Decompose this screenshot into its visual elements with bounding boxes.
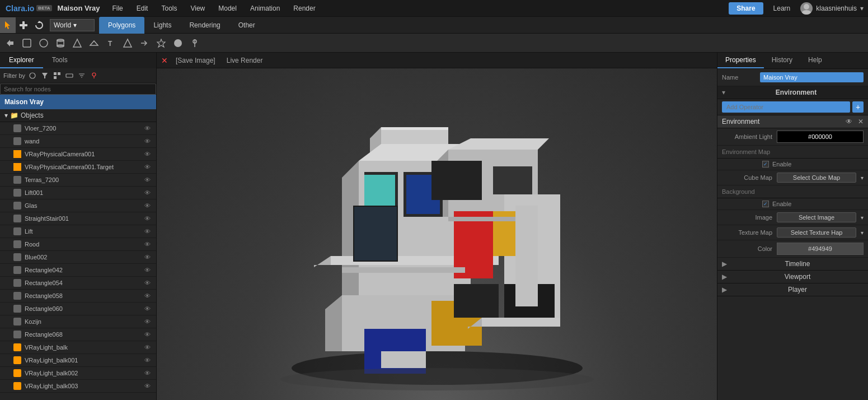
list-item[interactable]: StraightStair001 👁 <box>0 212 156 225</box>
shape-cube[interactable] <box>19 35 35 51</box>
learn-button[interactable]: Learn <box>768 4 796 12</box>
player-section[interactable]: ▶ Player <box>717 283 868 296</box>
list-item[interactable]: Rectangle058 👁 <box>0 290 156 303</box>
shape-arrow[interactable] <box>2 35 18 51</box>
ambient-light-color[interactable]: #000000 <box>777 131 864 143</box>
list-item[interactable]: VRayPhysicalCamera001.Target 👁 <box>0 161 156 174</box>
list-item[interactable]: Rectangle054 👁 <box>0 277 156 290</box>
shape-text[interactable]: T <box>103 35 119 51</box>
visibility-icon[interactable]: 👁 <box>143 188 152 197</box>
filter-icon-5[interactable] <box>77 71 87 81</box>
select-texture-button[interactable]: Select Texture Hap <box>777 227 856 238</box>
select-image-button[interactable]: Select Image <box>777 212 856 222</box>
visibility-icon[interactable]: 👁 <box>143 137 152 146</box>
shape-cylinder[interactable] <box>53 35 68 51</box>
tool-move[interactable] <box>16 17 31 33</box>
shape-circle[interactable] <box>170 35 186 51</box>
visibility-icon[interactable]: 👁 <box>143 266 152 275</box>
user-menu[interactable]: klaasnienhuis ▾ <box>796 2 868 15</box>
tab-polygons[interactable]: Polygons <box>99 17 144 34</box>
add-operator-input[interactable] <box>722 101 850 113</box>
viewport-section[interactable]: ▶ Viewport <box>717 271 868 283</box>
list-item[interactable]: Blue002 👁 <box>0 251 156 264</box>
visibility-icon[interactable]: 👁 <box>143 175 152 184</box>
env-enable-checkbox[interactable]: ✓ <box>762 161 769 168</box>
tool-select[interactable] <box>0 17 16 33</box>
viewport-canvas[interactable] <box>157 68 717 400</box>
environment-visibility-icon[interactable]: 👁 <box>846 118 852 125</box>
visibility-icon[interactable]: 👁 <box>143 278 152 287</box>
tab-rendering[interactable]: Rendering <box>180 17 229 34</box>
list-item[interactable]: Kozijn 👁 <box>0 315 156 328</box>
tab-other[interactable]: Other <box>229 17 264 34</box>
filter-icon-4[interactable] <box>64 71 74 81</box>
filter-icon-6[interactable] <box>89 71 99 81</box>
tab-properties[interactable]: Properties <box>717 53 764 68</box>
list-item[interactable]: Rectangle042 👁 <box>0 264 156 277</box>
environment-collapse[interactable]: ▾ Environment <box>717 86 868 99</box>
color-swatch[interactable]: #494949 <box>777 243 864 255</box>
list-item[interactable]: VRayLight_balk001 👁 <box>0 354 156 367</box>
visibility-icon[interactable]: 👁 <box>143 201 152 210</box>
tab-history[interactable]: History <box>764 53 800 68</box>
filter-icon-3[interactable] <box>52 71 62 81</box>
visibility-icon[interactable]: 👁 <box>143 330 152 339</box>
shape-arrow2[interactable] <box>137 35 152 51</box>
list-item[interactable]: Lift 👁 <box>0 225 156 238</box>
texture-dropdown[interactable]: ▾ <box>861 230 864 236</box>
environment-remove-icon[interactable]: ✕ <box>858 118 864 125</box>
list-item[interactable]: VRayLight_balk 👁 <box>0 341 156 354</box>
shape-star[interactable] <box>153 35 169 51</box>
menu-file[interactable]: File <box>105 0 129 17</box>
visibility-icon[interactable]: 👁 <box>143 317 152 326</box>
visibility-icon[interactable]: 👁 <box>143 253 152 262</box>
menu-tools[interactable]: Tools <box>154 0 184 17</box>
list-item[interactable]: Terras_7200 👁 <box>0 174 156 187</box>
cube-map-button[interactable]: Select Cube Map <box>777 173 856 183</box>
list-item[interactable]: Glas 👁 <box>0 199 156 212</box>
list-item[interactable]: Rectangle060 👁 <box>0 303 156 315</box>
tool-rotate[interactable] <box>31 17 47 33</box>
list-item[interactable]: Rood 👁 <box>0 238 156 251</box>
menu-view[interactable]: View <box>184 0 212 17</box>
visibility-icon[interactable]: 👁 <box>143 343 152 352</box>
shape-triangle[interactable] <box>120 35 135 51</box>
viewport-close[interactable]: ✕ <box>161 56 168 65</box>
visibility-icon[interactable]: 👁 <box>143 124 152 133</box>
image-dropdown[interactable]: ▾ <box>861 215 864 221</box>
live-render-button[interactable]: Live Render <box>223 55 266 66</box>
name-input[interactable] <box>760 72 864 82</box>
menu-animation[interactable]: Animation <box>243 0 287 17</box>
filter-icon-1[interactable] <box>27 71 37 81</box>
shape-plane[interactable] <box>86 35 102 51</box>
menu-edit[interactable]: Edit <box>130 0 155 17</box>
tab-tools[interactable]: Tools <box>43 53 77 68</box>
list-item[interactable]: Vloer_7200 👁 <box>0 122 156 135</box>
bg-enable-checkbox[interactable]: ✓ <box>762 201 769 207</box>
visibility-icon[interactable]: 👁 <box>143 162 152 171</box>
scene-title[interactable]: Maison Vray <box>0 95 156 109</box>
list-item[interactable]: VRayLight_balk002 👁 <box>0 367 156 380</box>
shape-sphere[interactable] <box>36 35 51 51</box>
cube-map-dropdown[interactable]: ▾ <box>861 175 864 181</box>
menu-render[interactable]: Render <box>287 0 322 17</box>
visibility-icon[interactable]: 👁 <box>143 382 152 390</box>
visibility-icon[interactable]: 👁 <box>143 304 152 313</box>
list-item[interactable]: Lift001 👁 <box>0 187 156 199</box>
list-item[interactable]: wand 👁 <box>0 135 156 148</box>
list-item[interactable]: VRayPhysicalCamera001 👁 <box>0 148 156 161</box>
visibility-icon[interactable]: 👁 <box>143 356 152 365</box>
timeline-section[interactable]: ▶ Timeline <box>717 258 868 271</box>
add-operator-button[interactable]: + <box>852 101 864 113</box>
visibility-icon[interactable]: 👁 <box>143 369 152 378</box>
share-button[interactable]: Share <box>729 2 763 15</box>
visibility-icon[interactable]: 👁 <box>143 240 152 249</box>
menu-model[interactable]: Model <box>212 0 243 17</box>
tab-help[interactable]: Help <box>800 53 830 68</box>
list-item[interactable]: VRayLight_balk003 👁 <box>0 380 156 393</box>
visibility-icon[interactable]: 👁 <box>143 214 152 223</box>
search-input[interactable] <box>0 83 156 95</box>
shape-pin[interactable] <box>187 35 203 51</box>
shape-cone[interactable] <box>69 35 85 51</box>
objects-header[interactable]: ▾ 📁 Objects <box>0 109 156 122</box>
